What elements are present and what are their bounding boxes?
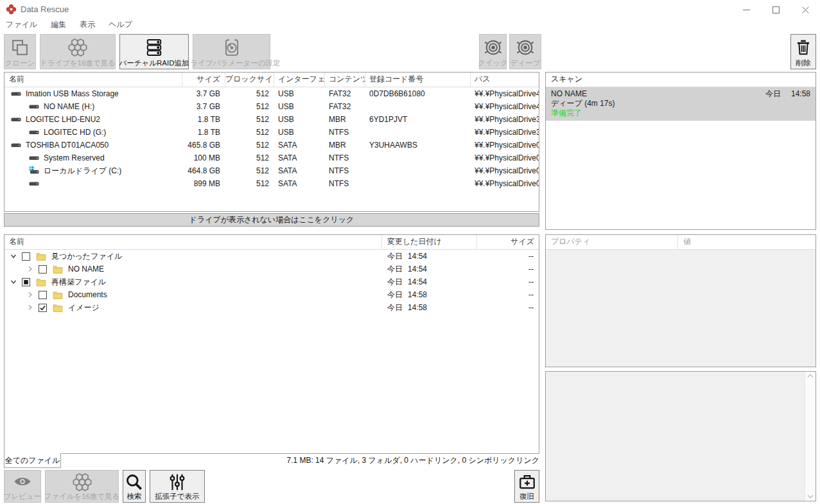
menu-help[interactable]: ヘルプ xyxy=(109,19,132,31)
tree-row[interactable]: Documents今日14:58-- xyxy=(4,288,539,301)
menu-file[interactable]: ファイル xyxy=(6,19,37,31)
col-tree-name[interactable]: 名前 xyxy=(4,235,382,249)
drive-interface: SATA xyxy=(274,152,325,164)
checkbox-unchecked[interactable] xyxy=(22,252,30,261)
drive-path: ¥¥.¥PhysicalDrive4 xyxy=(471,87,539,100)
show-by-extension-button[interactable]: 拡張子で表示 xyxy=(150,470,205,503)
menu-edit[interactable]: 編集 xyxy=(51,19,66,31)
menu-view[interactable]: 表示 xyxy=(80,19,95,31)
drive-reg-code: 6YD1PJVT xyxy=(365,113,471,126)
clone-button[interactable]: クローン xyxy=(4,34,36,69)
file-hex-view-button[interactable]: ファイルを16進で見る xyxy=(45,470,119,503)
checkbox-unchecked[interactable] xyxy=(39,291,47,299)
drive-parameters-button[interactable]: ドライブパラメーターの設定 xyxy=(193,34,270,69)
drive-row[interactable]: NO NAME (H:)3.7 GB512USBFAT32¥¥.¥Physica… xyxy=(4,100,539,113)
drive-row[interactable]: Imation USB Mass Storage3.7 GB512USBFAT3… xyxy=(4,87,539,100)
close-button[interactable] xyxy=(790,0,820,19)
tree-size: -- xyxy=(477,263,539,275)
honeycomb-icon xyxy=(68,37,87,58)
tree-row[interactable]: NO NAME今日14:54-- xyxy=(4,263,539,275)
drive-row[interactable]: TOSHIBA DT01ACA050465.8 GB512SATAMBRY3UH… xyxy=(4,139,539,152)
folder-icon xyxy=(36,278,46,286)
col-path[interactable]: パス xyxy=(471,73,539,87)
delete-scan-button[interactable]: 削除 xyxy=(790,34,816,69)
scan-item-line1: NO NAME今日14:58 xyxy=(551,89,810,99)
tree-name-cell: イメージ xyxy=(4,301,382,314)
chevron-down-icon[interactable] xyxy=(10,278,17,286)
drives-not-shown-button[interactable]: ドライブが表示されない場合はここをクリック xyxy=(4,213,539,227)
drive-row[interactable]: ローカルドライブ (C:)464.8 GB512SATANTFS¥¥.¥Phys… xyxy=(4,164,539,177)
add-virtual-raid-button[interactable]: バーチャルRAID追加 xyxy=(119,34,189,69)
drive-interface: USB xyxy=(274,87,325,100)
drive-path: ¥¥.¥PhysicalDrive0 xyxy=(471,152,539,164)
recover-case-icon xyxy=(518,473,537,492)
indent xyxy=(11,171,29,171)
col-name[interactable]: 名前 xyxy=(4,73,182,87)
checkbox-partial[interactable] xyxy=(22,278,30,286)
maximize-button[interactable] xyxy=(761,0,790,19)
tree-row[interactable]: イメージ今日14:58-- xyxy=(4,301,539,314)
drive-row[interactable]: 899 MB512SATANTFS¥¥.¥PhysicalDrive0 xyxy=(4,177,539,190)
recover-button[interactable]: 復旧 xyxy=(514,470,539,503)
drive-hex-view-button[interactable]: ドライブを16進で見る xyxy=(40,34,116,69)
chevron-down-icon[interactable] xyxy=(10,252,17,260)
indent xyxy=(10,308,26,308)
folder-icon xyxy=(53,291,63,299)
all-files-tab[interactable]: 全てのファイル xyxy=(4,453,61,468)
scan-status: 準備完了 xyxy=(551,109,810,118)
drive-contents: MBR xyxy=(325,113,365,126)
scroll-down-icon xyxy=(807,494,814,499)
col-tree-size[interactable]: サイズ xyxy=(477,235,539,249)
scrollbar[interactable] xyxy=(805,372,816,501)
col-contents[interactable]: コンテンツ xyxy=(325,73,365,87)
deep-scan-button[interactable]: ディープ xyxy=(509,34,541,69)
drive-reg-code: Y3UHAAWBS xyxy=(365,139,471,152)
drive-contents: MBR xyxy=(325,139,365,152)
checkbox-checked[interactable] xyxy=(39,304,47,312)
raid-stack-icon xyxy=(144,37,164,58)
tree-date-cell: 今日14:58 xyxy=(382,301,477,314)
tree-date-cell: 今日14:54 xyxy=(382,275,477,288)
chevron-right-icon[interactable] xyxy=(26,265,34,273)
tree-date-cell: 今日14:58 xyxy=(382,288,477,301)
drive-name-cell: System Reserved xyxy=(4,152,182,164)
col-block-size[interactable]: ブロックサイズ xyxy=(225,73,274,87)
preview-button[interactable]: プレビュー xyxy=(4,470,41,503)
col-reg-code[interactable]: 登録コード番号 xyxy=(365,73,471,87)
quick-scan-button[interactable]: クイック xyxy=(479,34,507,69)
drive-block-size: 512 xyxy=(225,139,274,152)
minimize-button[interactable] xyxy=(731,0,761,19)
drive-size: 465.8 GB xyxy=(182,139,225,152)
hdd-icon xyxy=(29,101,39,112)
drive-row[interactable]: LOGITEC LHD-ENU21.8 TB512USBMBR6YD1PJVT¥… xyxy=(4,113,539,126)
drive-block-size: 512 xyxy=(225,87,274,100)
tree-item-name: NO NAME xyxy=(68,263,104,275)
tree-date-cell: 今日14:54 xyxy=(382,250,477,263)
scan-item[interactable]: NO NAME今日14:58ディープ (4m 17s)準備完了 xyxy=(546,87,816,121)
drive-contents: NTFS xyxy=(325,177,365,190)
drive-size: 1.8 TB xyxy=(182,113,225,126)
checkbox-unchecked[interactable] xyxy=(39,265,47,274)
hdd-icon xyxy=(29,127,39,137)
title-bar: Data Rescue xyxy=(0,0,820,19)
col-modified-date[interactable]: 変更した日付け xyxy=(382,235,477,249)
chevron-right-icon[interactable] xyxy=(26,291,34,299)
windows-drive-icon xyxy=(29,166,39,176)
drive-interface: SATA xyxy=(274,139,325,152)
search-button[interactable]: 検索 xyxy=(123,470,146,503)
drive-name-cell: Imation USB Mass Storage xyxy=(4,87,182,100)
tree-row[interactable]: 見つかったファイル今日14:54-- xyxy=(4,250,539,263)
drive-row[interactable]: LOGITEC HD (G:)1.8 TB512USBNTFS¥¥.¥Physi… xyxy=(4,126,539,139)
drive-interface: SATA xyxy=(274,164,325,177)
drive-name: ローカルドライブ (C:) xyxy=(44,164,121,177)
drive-reg-code xyxy=(365,164,471,177)
chevron-right-icon[interactable] xyxy=(26,304,34,311)
col-size[interactable]: サイズ xyxy=(182,73,225,87)
drive-reg-code xyxy=(365,100,471,113)
drive-name: System Reserved xyxy=(44,152,105,164)
drive-row[interactable]: System Reserved100 MB512SATANTFS¥¥.¥Phys… xyxy=(4,152,539,164)
scan-name: NO NAME xyxy=(551,89,765,99)
tree-item-name: 見つかったファイル xyxy=(51,250,122,263)
col-interface[interactable]: インターフェース xyxy=(274,73,325,87)
tree-row[interactable]: 再構築ファイル今日14:54-- xyxy=(4,275,539,288)
